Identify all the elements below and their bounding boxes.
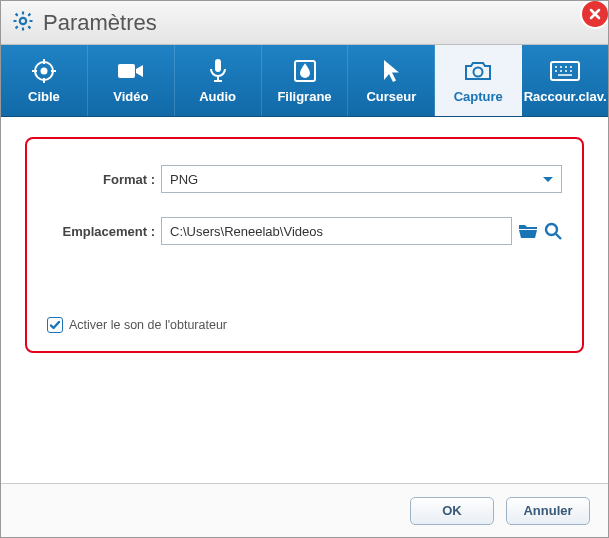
browse-folder-button[interactable] [518,222,538,240]
tab-audio[interactable]: Audio [175,45,262,116]
tab-label: Curseur [366,89,416,104]
location-input[interactable] [161,217,512,245]
shutter-sound-checkbox[interactable] [47,317,63,333]
close-button[interactable] [580,0,609,29]
tab-label: Vidéo [113,89,148,104]
camera-icon [464,57,492,85]
capture-panel: Format : Emplacement : [25,137,584,353]
location-label: Emplacement : [47,224,161,239]
format-row: Format : [47,165,562,193]
format-label: Format : [47,172,161,187]
tab-label: Capture [454,89,503,104]
svg-point-8 [546,224,557,235]
svg-rect-4 [215,59,221,72]
video-icon [117,57,145,85]
tab-label: Filigrane [277,89,331,104]
format-value[interactable] [161,165,562,193]
svg-point-6 [474,68,483,77]
target-icon [31,57,57,85]
main-panel: Format : Emplacement : [1,117,608,479]
tab-label: Raccour.clav. [524,89,607,104]
tab-video[interactable]: Vidéo [88,45,175,116]
svg-point-0 [20,17,26,23]
tab-raccourcis[interactable]: Raccour.clav. [522,45,608,116]
ok-button[interactable]: OK [410,497,494,525]
shutter-sound-label: Activer le son de l'obturateur [69,318,227,332]
window-title: Paramètres [43,10,157,36]
titlebar: Paramètres [1,1,608,45]
tabstrip: Cible Vidéo Audio Filigrane Curseur Capt… [1,45,608,117]
microphone-icon [208,57,228,85]
tab-label: Audio [199,89,236,104]
cancel-button[interactable]: Annuler [506,497,590,525]
shutter-sound-row: Activer le son de l'obturateur [47,317,227,333]
tab-label: Cible [28,89,60,104]
footer: OK Annuler [1,483,608,537]
cursor-icon [381,57,401,85]
gear-icon [11,9,35,37]
tab-filigrane[interactable]: Filigrane [262,45,349,116]
tab-capture[interactable]: Capture [435,45,522,116]
svg-rect-3 [118,64,135,78]
location-row: Emplacement : [47,217,562,245]
open-folder-button[interactable] [544,222,562,240]
tab-curseur[interactable]: Curseur [348,45,435,116]
tab-cible[interactable]: Cible [1,45,88,116]
keyboard-icon [550,57,580,85]
svg-point-2 [41,69,46,74]
format-select[interactable] [161,165,562,193]
watermark-icon [293,57,317,85]
